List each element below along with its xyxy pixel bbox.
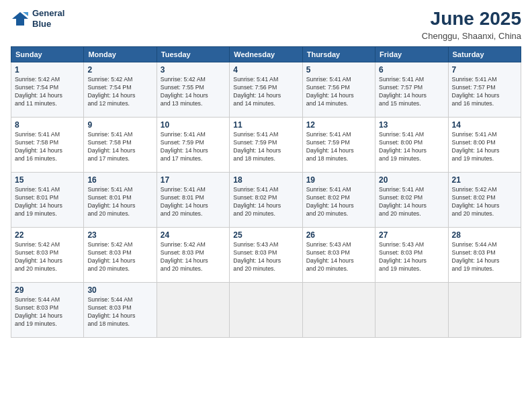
calendar-cell: 3Sunrise: 5:42 AM Sunset: 7:55 PM Daylig… bbox=[157, 62, 229, 118]
calendar-cell: 22Sunrise: 5:42 AM Sunset: 8:03 PM Dayli… bbox=[11, 228, 84, 283]
day-info: Sunrise: 5:41 AM Sunset: 8:02 PM Dayligh… bbox=[306, 186, 371, 218]
calendar: SundayMondayTuesdayWednesdayThursdayFrid… bbox=[11, 46, 521, 338]
calendar-header-row: SundayMondayTuesdayWednesdayThursdayFrid… bbox=[11, 47, 521, 62]
column-header-tuesday: Tuesday bbox=[157, 47, 229, 62]
day-number: 18 bbox=[233, 175, 298, 185]
day-number: 4 bbox=[233, 65, 298, 75]
column-header-sunday: Sunday bbox=[11, 47, 84, 62]
header: General Blue June 2025 Chenggu, Shaanxi,… bbox=[11, 8, 521, 41]
day-info: Sunrise: 5:42 AM Sunset: 8:03 PM Dayligh… bbox=[161, 241, 226, 273]
calendar-cell: 23Sunrise: 5:42 AM Sunset: 8:03 PM Dayli… bbox=[84, 228, 157, 283]
day-info: Sunrise: 5:44 AM Sunset: 8:03 PM Dayligh… bbox=[15, 296, 80, 328]
day-info: Sunrise: 5:41 AM Sunset: 8:01 PM Dayligh… bbox=[161, 186, 226, 218]
calendar-cell: 6Sunrise: 5:41 AM Sunset: 7:57 PM Daylig… bbox=[375, 62, 448, 118]
day-info: Sunrise: 5:42 AM Sunset: 7:55 PM Dayligh… bbox=[161, 76, 226, 108]
day-info: Sunrise: 5:41 AM Sunset: 7:57 PM Dayligh… bbox=[452, 76, 517, 108]
day-info: Sunrise: 5:43 AM Sunset: 8:03 PM Dayligh… bbox=[233, 241, 298, 273]
day-info: Sunrise: 5:41 AM Sunset: 8:00 PM Dayligh… bbox=[379, 131, 444, 163]
logo-text: General Blue bbox=[32, 8, 64, 29]
day-info: Sunrise: 5:41 AM Sunset: 8:00 PM Dayligh… bbox=[452, 131, 517, 163]
day-info: Sunrise: 5:43 AM Sunset: 8:03 PM Dayligh… bbox=[379, 241, 444, 273]
column-header-monday: Monday bbox=[84, 47, 157, 62]
day-number: 5 bbox=[306, 65, 371, 75]
day-number: 23 bbox=[87, 230, 152, 240]
day-number: 6 bbox=[379, 65, 444, 75]
calendar-cell: 16Sunrise: 5:41 AM Sunset: 8:01 PM Dayli… bbox=[84, 173, 157, 228]
day-info: Sunrise: 5:41 AM Sunset: 7:59 PM Dayligh… bbox=[161, 131, 226, 163]
calendar-cell: 30Sunrise: 5:44 AM Sunset: 8:03 PM Dayli… bbox=[84, 283, 157, 338]
day-number: 25 bbox=[233, 230, 298, 240]
day-info: Sunrise: 5:41 AM Sunset: 8:02 PM Dayligh… bbox=[379, 186, 444, 218]
day-info: Sunrise: 5:41 AM Sunset: 8:01 PM Dayligh… bbox=[87, 186, 152, 218]
calendar-cell: 14Sunrise: 5:41 AM Sunset: 8:00 PM Dayli… bbox=[448, 118, 521, 173]
day-number: 8 bbox=[15, 120, 80, 130]
calendar-cell: 12Sunrise: 5:41 AM Sunset: 7:59 PM Dayli… bbox=[302, 118, 375, 173]
day-number: 28 bbox=[452, 230, 517, 240]
day-number: 16 bbox=[87, 175, 152, 185]
calendar-cell: 19Sunrise: 5:41 AM Sunset: 8:02 PM Dayli… bbox=[302, 173, 375, 228]
day-info: Sunrise: 5:44 AM Sunset: 8:03 PM Dayligh… bbox=[452, 241, 517, 273]
calendar-cell bbox=[230, 283, 302, 338]
day-number: 30 bbox=[87, 285, 152, 295]
calendar-cell: 28Sunrise: 5:44 AM Sunset: 8:03 PM Dayli… bbox=[448, 228, 521, 283]
day-info: Sunrise: 5:42 AM Sunset: 7:54 PM Dayligh… bbox=[15, 76, 80, 108]
calendar-cell: 7Sunrise: 5:41 AM Sunset: 7:57 PM Daylig… bbox=[448, 62, 521, 118]
column-header-friday: Friday bbox=[375, 47, 448, 62]
day-number: 3 bbox=[161, 65, 226, 75]
day-number: 1 bbox=[15, 65, 80, 75]
calendar-cell: 11Sunrise: 5:41 AM Sunset: 7:59 PM Dayli… bbox=[230, 118, 302, 173]
calendar-cell: 24Sunrise: 5:42 AM Sunset: 8:03 PM Dayli… bbox=[157, 228, 229, 283]
day-number: 20 bbox=[379, 175, 444, 185]
day-info: Sunrise: 5:41 AM Sunset: 8:01 PM Dayligh… bbox=[15, 186, 80, 218]
calendar-cell: 8Sunrise: 5:41 AM Sunset: 7:58 PM Daylig… bbox=[11, 118, 84, 173]
calendar-cell: 20Sunrise: 5:41 AM Sunset: 8:02 PM Dayli… bbox=[375, 173, 448, 228]
column-header-wednesday: Wednesday bbox=[230, 47, 302, 62]
calendar-cell: 17Sunrise: 5:41 AM Sunset: 8:01 PM Dayli… bbox=[157, 173, 229, 228]
calendar-week-row: 15Sunrise: 5:41 AM Sunset: 8:01 PM Dayli… bbox=[11, 173, 521, 228]
day-info: Sunrise: 5:42 AM Sunset: 8:03 PM Dayligh… bbox=[15, 241, 80, 273]
day-number: 17 bbox=[161, 175, 226, 185]
calendar-cell: 10Sunrise: 5:41 AM Sunset: 7:59 PM Dayli… bbox=[157, 118, 229, 173]
column-header-thursday: Thursday bbox=[302, 47, 375, 62]
calendar-cell: 26Sunrise: 5:43 AM Sunset: 8:03 PM Dayli… bbox=[302, 228, 375, 283]
calendar-cell bbox=[302, 283, 375, 338]
day-info: Sunrise: 5:41 AM Sunset: 7:56 PM Dayligh… bbox=[306, 76, 371, 108]
day-info: Sunrise: 5:41 AM Sunset: 7:59 PM Dayligh… bbox=[306, 131, 371, 163]
day-number: 24 bbox=[161, 230, 226, 240]
day-info: Sunrise: 5:42 AM Sunset: 7:54 PM Dayligh… bbox=[87, 76, 152, 108]
day-number: 2 bbox=[87, 65, 152, 75]
day-number: 10 bbox=[161, 120, 226, 130]
calendar-cell: 29Sunrise: 5:44 AM Sunset: 8:03 PM Dayli… bbox=[11, 283, 84, 338]
day-number: 21 bbox=[452, 175, 517, 185]
calendar-cell: 4Sunrise: 5:41 AM Sunset: 7:56 PM Daylig… bbox=[230, 62, 302, 118]
calendar-cell bbox=[448, 283, 521, 338]
calendar-cell: 5Sunrise: 5:41 AM Sunset: 7:56 PM Daylig… bbox=[302, 62, 375, 118]
day-number: 7 bbox=[452, 65, 517, 75]
day-number: 19 bbox=[306, 175, 371, 185]
day-info: Sunrise: 5:41 AM Sunset: 7:56 PM Dayligh… bbox=[233, 76, 298, 108]
day-number: 12 bbox=[306, 120, 371, 130]
day-number: 9 bbox=[87, 120, 152, 130]
month-title: June 2025 bbox=[422, 8, 521, 30]
logo-icon bbox=[11, 9, 30, 28]
calendar-week-row: 8Sunrise: 5:41 AM Sunset: 7:58 PM Daylig… bbox=[11, 118, 521, 173]
calendar-cell bbox=[375, 283, 448, 338]
calendar-cell: 13Sunrise: 5:41 AM Sunset: 8:00 PM Dayli… bbox=[375, 118, 448, 173]
page: General Blue June 2025 Chenggu, Shaanxi,… bbox=[0, 0, 532, 411]
day-info: Sunrise: 5:42 AM Sunset: 8:03 PM Dayligh… bbox=[87, 241, 152, 273]
calendar-cell bbox=[157, 283, 229, 338]
day-number: 22 bbox=[15, 230, 80, 240]
calendar-cell: 9Sunrise: 5:41 AM Sunset: 7:58 PM Daylig… bbox=[84, 118, 157, 173]
day-info: Sunrise: 5:41 AM Sunset: 7:57 PM Dayligh… bbox=[379, 76, 444, 108]
day-number: 14 bbox=[452, 120, 517, 130]
calendar-cell: 25Sunrise: 5:43 AM Sunset: 8:03 PM Dayli… bbox=[230, 228, 302, 283]
day-number: 29 bbox=[15, 285, 80, 295]
day-info: Sunrise: 5:41 AM Sunset: 7:58 PM Dayligh… bbox=[87, 131, 152, 163]
location: Chenggu, Shaanxi, China bbox=[422, 31, 521, 41]
day-info: Sunrise: 5:41 AM Sunset: 8:02 PM Dayligh… bbox=[233, 186, 298, 218]
day-number: 27 bbox=[379, 230, 444, 240]
logo: General Blue bbox=[11, 8, 64, 29]
day-info: Sunrise: 5:41 AM Sunset: 7:59 PM Dayligh… bbox=[233, 131, 298, 163]
calendar-cell: 2Sunrise: 5:42 AM Sunset: 7:54 PM Daylig… bbox=[84, 62, 157, 118]
column-header-saturday: Saturday bbox=[448, 47, 521, 62]
